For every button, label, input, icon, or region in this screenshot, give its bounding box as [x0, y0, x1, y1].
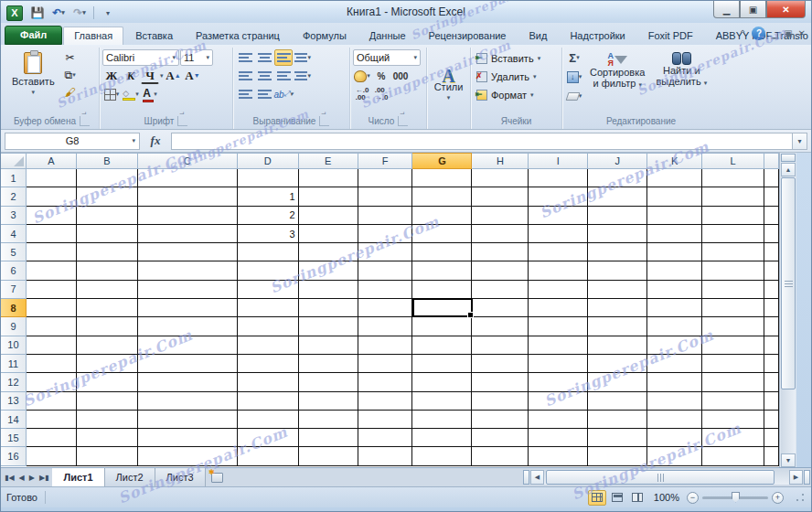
doc-close-icon[interactable]: ✕	[798, 28, 806, 38]
cell-I4[interactable]	[529, 225, 588, 243]
align-middle-icon[interactable]	[255, 49, 273, 66]
cell-B6[interactable]	[77, 261, 138, 280]
cell-C9[interactable]	[138, 317, 238, 336]
cell-I1[interactable]	[529, 169, 588, 187]
cell-I5[interactable]	[529, 243, 588, 261]
cell-F1[interactable]	[358, 169, 413, 187]
cell-H4[interactable]	[472, 225, 529, 243]
cell-H13[interactable]	[472, 392, 529, 411]
cell-D13[interactable]	[238, 392, 299, 411]
column-header-F[interactable]: F	[358, 153, 413, 169]
cell-E5[interactable]	[299, 243, 358, 261]
cell-B13[interactable]	[77, 392, 138, 411]
cell-F16[interactable]	[358, 447, 413, 465]
cell-I9[interactable]	[529, 317, 588, 336]
save-icon[interactable]: 💾	[28, 5, 47, 21]
tab-файл[interactable]: Файл	[5, 26, 62, 45]
cell-J8[interactable]	[588, 299, 647, 317]
cell-D5[interactable]	[238, 243, 299, 261]
cell-L10[interactable]	[702, 336, 764, 355]
insert-cells-button[interactable]: Вставить▾	[474, 49, 543, 67]
cell-E15[interactable]	[299, 429, 358, 447]
cell-L3[interactable]	[702, 207, 764, 225]
decrease-decimal-icon[interactable]: .00→.0	[372, 86, 390, 102]
cell-I11[interactable]	[529, 355, 588, 373]
cell-I3[interactable]	[529, 207, 588, 225]
cell[interactable]	[764, 317, 779, 336]
format-cells-button[interactable]: Формат▾	[474, 86, 537, 103]
align-right-icon[interactable]	[274, 68, 293, 84]
cell-J5[interactable]	[588, 243, 647, 261]
cell-L7[interactable]	[702, 281, 764, 299]
sheet-tab-лист3[interactable]: Лист3	[155, 468, 206, 486]
cell-K14[interactable]	[647, 411, 702, 429]
doc-restore-icon[interactable]: ▣	[784, 28, 792, 38]
cell-I16[interactable]	[529, 447, 588, 465]
cell-J10[interactable]	[588, 336, 647, 355]
cell-L1[interactable]	[702, 169, 764, 187]
cell-G16[interactable]	[412, 447, 472, 465]
cell-F13[interactable]	[358, 392, 413, 411]
cell[interactable]	[764, 336, 779, 355]
cell[interactable]	[764, 169, 779, 187]
cell-J16[interactable]	[588, 447, 647, 465]
cell-K1[interactable]	[647, 169, 702, 187]
row-header-16[interactable]: 16	[1, 447, 27, 465]
cell-B16[interactable]	[77, 447, 138, 465]
cell-C7[interactable]	[138, 281, 238, 299]
expand-formula-bar-icon[interactable]: ▾	[793, 133, 807, 150]
cell[interactable]	[764, 299, 779, 317]
font-family-select[interactable]: Calibri▾	[102, 49, 179, 66]
number-format-select[interactable]: Общий▾	[353, 49, 421, 66]
fx-icon[interactable]: fx	[140, 133, 171, 148]
cell-G9[interactable]	[412, 317, 472, 336]
cell-H10[interactable]	[472, 336, 529, 355]
sheet-tab-лист2[interactable]: Лист2	[105, 468, 155, 486]
cell-B2[interactable]	[77, 187, 138, 206]
tab-вставка[interactable]: Вставка	[124, 27, 184, 45]
cell-C8[interactable]	[138, 299, 238, 317]
row-header-7[interactable]: 7	[1, 281, 27, 299]
prev-sheet-icon[interactable]: ◀	[19, 474, 25, 482]
cell-L11[interactable]	[702, 355, 764, 373]
cell-A4[interactable]	[27, 225, 77, 243]
grow-font-button[interactable]: А▲	[165, 68, 183, 84]
cell-C13[interactable]	[138, 392, 238, 411]
cell-E12[interactable]	[299, 373, 358, 391]
cell-B5[interactable]	[77, 243, 138, 261]
help-icon[interactable]: ?	[752, 27, 765, 40]
customize-qat-icon[interactable]: ▾	[99, 5, 117, 21]
cell-A12[interactable]	[27, 373, 77, 391]
cell-B7[interactable]	[77, 281, 138, 299]
cell-H1[interactable]	[472, 169, 529, 187]
cell-J3[interactable]	[588, 207, 647, 225]
cell-C5[interactable]	[138, 243, 238, 261]
cell-B15[interactable]	[77, 429, 138, 447]
cell-C10[interactable]	[138, 336, 238, 355]
cell-F2[interactable]	[358, 187, 413, 206]
row-header-2[interactable]: 2	[1, 187, 27, 206]
h-split-handle-right[interactable]	[804, 470, 810, 485]
cell-E16[interactable]	[299, 447, 358, 465]
column-header-D[interactable]: D	[238, 153, 299, 169]
increase-indent-icon[interactable]	[255, 86, 273, 102]
cell[interactable]	[764, 373, 779, 391]
cell-F7[interactable]	[358, 281, 413, 299]
cut-icon[interactable]: ✂	[61, 49, 80, 66]
align-bottom-icon[interactable]	[274, 49, 293, 66]
cell-A11[interactable]	[27, 355, 77, 373]
cell-K2[interactable]	[647, 187, 702, 206]
cell[interactable]	[764, 281, 779, 299]
cell-K10[interactable]	[647, 336, 702, 355]
cell-K13[interactable]	[647, 392, 702, 411]
cell-A15[interactable]	[27, 429, 77, 447]
decrease-indent-icon[interactable]	[236, 86, 254, 102]
column-header-E[interactable]: E	[299, 153, 358, 169]
row-header-14[interactable]: 14	[1, 411, 27, 429]
cell-K4[interactable]	[647, 225, 702, 243]
font-dialog-launcher[interactable]	[177, 116, 187, 126]
cell-B12[interactable]	[77, 373, 138, 391]
cell-I8[interactable]	[529, 299, 588, 317]
cell-G13[interactable]	[412, 392, 472, 411]
cell-J4[interactable]	[588, 225, 647, 243]
